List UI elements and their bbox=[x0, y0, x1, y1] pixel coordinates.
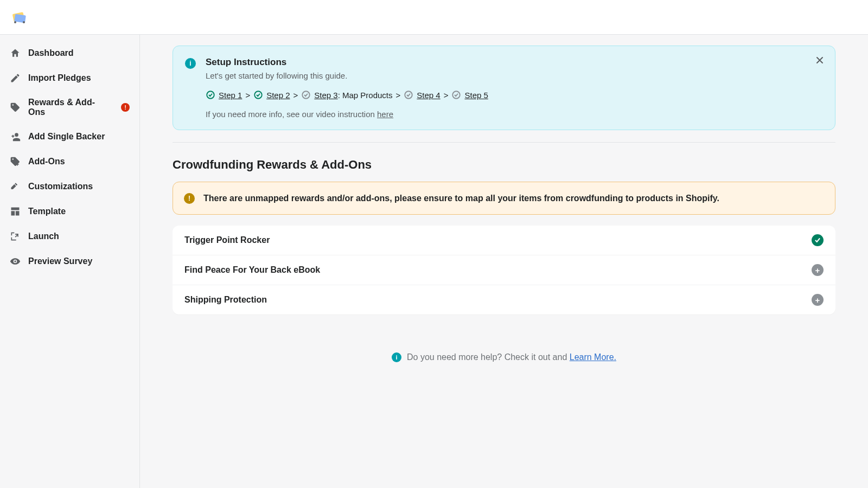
main-content: i Setup Instructions Let's get started b… bbox=[140, 35, 868, 488]
reward-name: Shipping Protection bbox=[184, 295, 267, 305]
sidebar-item-label: Template bbox=[28, 207, 66, 216]
tag-icon bbox=[10, 102, 21, 113]
edit-icon bbox=[10, 73, 21, 84]
layout-icon bbox=[10, 206, 21, 217]
sidebar-item-label: Preview Survey bbox=[28, 256, 92, 266]
divider bbox=[173, 142, 835, 143]
circle-outline-icon bbox=[404, 90, 413, 100]
sidebar-item-label: Customizations bbox=[28, 182, 93, 191]
circle-outline-icon bbox=[301, 90, 311, 100]
sidebar-item-add-ons[interactable]: Add-Ons bbox=[3, 153, 136, 170]
learn-more-link[interactable]: Learn More. bbox=[570, 352, 616, 362]
check-circle-icon bbox=[206, 90, 215, 100]
reward-row[interactable]: Trigger Point Rocker bbox=[173, 226, 835, 255]
svg-point-2 bbox=[14, 21, 16, 23]
help-text: Do you need more help? Check it out and bbox=[407, 352, 570, 362]
hammer-icon bbox=[10, 181, 21, 192]
status-ok-icon bbox=[812, 234, 824, 246]
section-title: Crowdfunding Rewards & Add-Ons bbox=[173, 158, 835, 172]
step-link-5[interactable]: Step 5 bbox=[464, 91, 488, 100]
reward-row[interactable]: Find Peace For Your Back eBook + bbox=[173, 255, 835, 285]
sidebar-item-label: Launch bbox=[28, 232, 59, 241]
sidebar-item-dashboard[interactable]: Dashboard bbox=[3, 44, 136, 62]
circle-outline-icon bbox=[451, 90, 461, 100]
tag-plus-icon bbox=[10, 156, 21, 167]
step-link-3[interactable]: Step 3 bbox=[314, 91, 337, 100]
step-suffix: : Map Products bbox=[338, 91, 393, 100]
sidebar-item-label: Import Pledges bbox=[28, 73, 91, 83]
reward-name: Find Peace For Your Back eBook bbox=[184, 265, 320, 275]
reward-row[interactable]: Shipping Protection + bbox=[173, 285, 835, 314]
eye-icon bbox=[10, 256, 21, 267]
warning-icon: ! bbox=[184, 193, 195, 204]
video-instruction-line: If you need more info, see our video ins… bbox=[206, 110, 823, 119]
home-icon bbox=[10, 48, 21, 59]
warning-text: There are unmapped rewards and/or add-on… bbox=[203, 192, 719, 204]
close-icon bbox=[814, 55, 825, 66]
step-link-1[interactable]: Step 1 bbox=[219, 91, 242, 100]
sidebar: Dashboard Import Pledges Rewards & Add-O… bbox=[0, 35, 140, 488]
sidebar-item-label: Dashboard bbox=[28, 48, 74, 58]
status-add-icon: + bbox=[812, 264, 824, 276]
info-icon: i bbox=[392, 352, 401, 362]
svg-point-3 bbox=[23, 21, 25, 23]
setup-banner: i Setup Instructions Let's get started b… bbox=[173, 46, 835, 130]
sidebar-item-preview-survey[interactable]: Preview Survey bbox=[3, 253, 136, 270]
app-logo bbox=[9, 7, 30, 28]
sidebar-item-label: Add-Ons bbox=[28, 157, 65, 166]
status-add-icon: + bbox=[812, 294, 824, 306]
setup-steps: Step 1 > Step 2 > Step 3: Map Products > bbox=[206, 90, 823, 100]
unmapped-warning-banner: ! There are unmapped rewards and/or add-… bbox=[173, 182, 835, 215]
video-instruction-link[interactable]: here bbox=[377, 110, 393, 119]
banner-title: Setup Instructions bbox=[206, 57, 823, 68]
close-banner-button[interactable] bbox=[814, 55, 825, 68]
step-link-4[interactable]: Step 4 bbox=[417, 91, 440, 100]
launch-icon bbox=[10, 231, 21, 242]
sidebar-item-rewards-addons[interactable]: Rewards & Add-Ons ! bbox=[3, 94, 136, 120]
help-line: i Do you need more help? Check it out an… bbox=[173, 352, 835, 362]
logo-icon bbox=[10, 8, 29, 27]
sidebar-item-import-pledges[interactable]: Import Pledges bbox=[3, 69, 136, 87]
check-circle-icon bbox=[253, 90, 263, 100]
sidebar-item-launch[interactable]: Launch bbox=[3, 228, 136, 245]
sidebar-item-customizations[interactable]: Customizations bbox=[3, 178, 136, 195]
sidebar-item-add-single-backer[interactable]: Add Single Backer bbox=[3, 128, 136, 145]
alert-badge-icon: ! bbox=[121, 103, 130, 112]
banner-subtitle: Let's get started by following this guid… bbox=[206, 71, 823, 80]
sidebar-item-label: Rewards & Add-Ons bbox=[28, 98, 110, 117]
sidebar-item-template[interactable]: Template bbox=[3, 203, 136, 220]
info-icon: i bbox=[185, 58, 196, 69]
rewards-list: Trigger Point Rocker Find Peace For Your… bbox=[173, 226, 835, 314]
person-add-icon bbox=[10, 131, 21, 142]
step-link-2[interactable]: Step 2 bbox=[266, 91, 290, 100]
topbar bbox=[0, 0, 868, 35]
reward-name: Trigger Point Rocker bbox=[184, 235, 270, 245]
sidebar-item-label: Add Single Backer bbox=[28, 132, 105, 142]
